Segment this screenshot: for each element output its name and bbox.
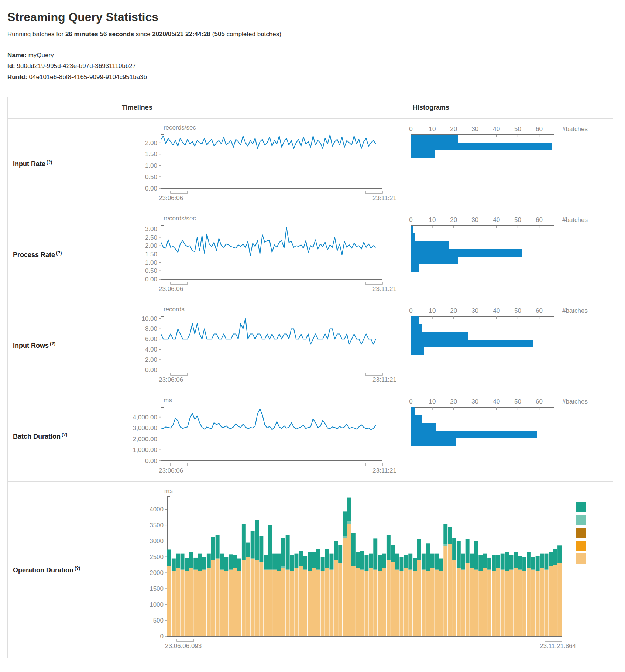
timeline-series-line — [161, 409, 376, 429]
x-end-label: 23:11:21.864 — [540, 642, 576, 649]
stacked-bar-top-segment — [325, 549, 329, 568]
stacked-bar-middle-segment — [343, 536, 347, 538]
stacked-bar-top-segment — [522, 557, 526, 571]
stacked-bar-top-segment — [443, 524, 447, 544]
x-tick-label: 20 — [450, 307, 457, 314]
y-tick-label: 4.00 — [145, 346, 157, 353]
input-rows-histogram-cell: 0102030405060#batches — [408, 300, 613, 391]
x-tick-label: 50 — [514, 307, 521, 314]
x-tick-label: 60 — [536, 216, 543, 223]
stacked-bar-top-segment — [501, 554, 505, 570]
stacked-bar-bottom-segment — [237, 571, 241, 636]
stacked-bar-top-segment — [430, 554, 435, 568]
stacked-bar-bottom-segment — [295, 568, 299, 636]
stacked-bar-bottom-segment — [395, 570, 399, 636]
stacked-bar-bottom-segment — [553, 565, 557, 636]
stacked-bar-top-segment — [413, 558, 417, 571]
x-tick-label: 40 — [493, 307, 500, 314]
stacked-bar-top-segment — [536, 556, 540, 571]
legend-swatch-orange[interactable] — [576, 541, 586, 551]
query-id-value: 9d0dd219-995d-423e-b97d-36931110bb27 — [17, 62, 136, 69]
process-rate-histogram-chart: 0102030405060#batches — [408, 209, 604, 300]
summary-start-time: 2020/05/21 22:44:28 — [152, 31, 210, 38]
y-axis-unit-label: records/sec — [164, 124, 196, 131]
y-tick-label: 1.00 — [145, 162, 157, 169]
batch-duration-help-tooltip[interactable]: (?) — [62, 432, 67, 437]
input-rows-timeline-cell: records10.008.006.004.002.000.0023:06:06… — [117, 300, 408, 391]
stacked-bar-top-segment — [496, 555, 500, 568]
stacked-bar-bottom-segment — [514, 568, 518, 636]
stacked-bar-top-segment — [277, 554, 281, 571]
query-runid-value: 04e101e6-8bf8-4165-9099-9104c951ba3b — [29, 73, 147, 80]
x-axis-start-bracket — [171, 191, 188, 193]
y-tick-label: 3500 — [150, 522, 164, 529]
x-tick-label: 10 — [429, 126, 436, 133]
stacked-bar-top-segment — [478, 555, 483, 571]
x-start-label: 23:06:06.093 — [165, 642, 202, 649]
summary-suffix: completed batches) — [225, 31, 281, 38]
stacked-bar-bottom-segment — [505, 571, 509, 636]
histogram-bar — [411, 316, 419, 324]
stacked-bar-bottom-segment — [325, 568, 329, 636]
input-rows-help-tooltip[interactable]: (?) — [50, 341, 55, 346]
histogram-bar — [411, 324, 422, 332]
process-rate-help-tooltip[interactable]: (?) — [56, 250, 62, 256]
stacked-bar-bottom-segment — [549, 566, 553, 636]
input-rate-timeline-cell: records/sec2.001.501.000.500.0023:06:062… — [117, 119, 408, 209]
stacked-bar-top-segment — [483, 554, 487, 568]
legend-swatch-teal[interactable] — [576, 502, 586, 512]
stacked-bar-top-segment — [549, 552, 553, 566]
stacked-bar-bottom-segment — [470, 568, 474, 636]
stacked-bar-bottom-segment — [303, 570, 307, 636]
batches-axis-label: #batches — [562, 307, 588, 314]
x-axis-end-bracket — [365, 463, 382, 466]
x-tick-label: 40 — [493, 126, 500, 133]
stacked-bar-top-segment — [505, 552, 509, 571]
input-rows-timeline-chart: records10.008.006.004.002.000.0023:06:06… — [117, 300, 399, 391]
x-tick-label: 10 — [429, 216, 436, 223]
query-name-label: Name: — [7, 52, 27, 59]
histogram-bar — [411, 257, 458, 264]
stacked-bar-top-segment — [408, 554, 412, 570]
operation-duration-help-tooltip[interactable]: (?) — [75, 566, 80, 571]
legend-swatch-tan[interactable] — [576, 553, 586, 564]
input-rate-help-tooltip[interactable]: (?) — [47, 160, 52, 165]
stacked-bar-middle-segment — [443, 544, 447, 546]
stacked-bar-bottom-segment — [478, 571, 483, 636]
batches-axis-label: #batches — [562, 216, 588, 223]
stacked-bar-bottom-segment — [382, 568, 386, 636]
operation-duration-row: Operation Duration(?) ms4000350030002500… — [8, 482, 613, 658]
x-start-label: 23:06:06 — [159, 467, 183, 474]
y-tick-label: 1.50 — [145, 151, 157, 158]
histogram-bar — [411, 264, 419, 272]
y-tick-label: 2.00 — [145, 242, 157, 249]
stacked-bar-top-segment — [246, 543, 250, 557]
stacked-bar-bottom-segment — [461, 570, 465, 636]
stacked-bar-top-segment — [216, 535, 220, 558]
operation-duration-stacked-chart: ms4000350030002500200015001000500023:06:… — [117, 482, 595, 658]
stacked-bar-top-segment — [242, 524, 246, 560]
stacked-bar-top-segment — [461, 554, 465, 570]
batches-axis-label: #batches — [562, 126, 588, 133]
stacked-bar-top-segment — [321, 557, 325, 571]
stacked-bar-bottom-segment — [536, 571, 540, 636]
timeline-series-line — [161, 319, 376, 344]
stacked-bar-middle-segment — [281, 566, 285, 568]
stacked-bar-bottom-segment — [268, 570, 272, 636]
legend-swatch-dark_gold[interactable] — [576, 528, 586, 538]
input-rate-label-text: Input Rate — [13, 160, 45, 168]
legend-swatch-light_teal[interactable] — [576, 515, 586, 525]
stacked-bar-bottom-segment — [474, 570, 478, 636]
stacked-bar-top-segment — [237, 559, 241, 571]
stacked-bar-bottom-segment — [387, 560, 391, 636]
stacked-bar-top-segment — [233, 555, 237, 568]
y-axis-line — [161, 135, 164, 188]
y-axis-unit-label: records — [164, 306, 185, 313]
stacked-bar-top-segment — [387, 535, 391, 560]
stacked-bar-top-segment — [365, 555, 369, 571]
stacked-bar-bottom-segment — [417, 560, 421, 636]
stacked-bar-bottom-segment — [259, 562, 263, 636]
stacked-bar-bottom-segment — [281, 568, 285, 636]
stacked-bar-bottom-segment — [290, 571, 294, 636]
x-tick-label: 0 — [409, 216, 412, 223]
